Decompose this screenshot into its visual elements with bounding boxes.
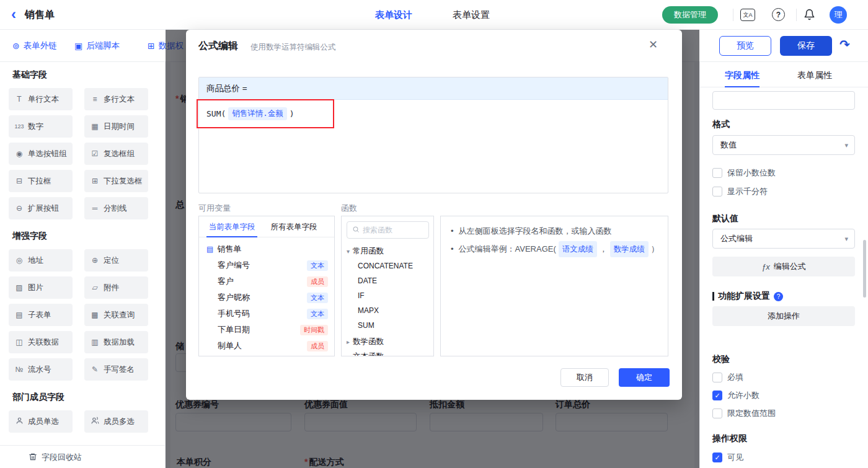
field-type-related-query[interactable]: ▩关联查询	[84, 304, 148, 326]
function-group-common[interactable]: ▾常用函数	[347, 244, 384, 258]
tip-line: • 从左侧面板选择字段名和函数，或输入函数	[451, 224, 660, 238]
datetime-icon: ▦	[90, 122, 100, 131]
attachment-icon: ▱	[90, 283, 100, 292]
field-type-checkbox-group[interactable]: ☑复选框组	[84, 143, 148, 165]
function-group-math[interactable]: ▸数学函数	[347, 334, 384, 349]
field-type-location[interactable]: ⊕定位	[84, 249, 148, 272]
save-button[interactable]: 保存	[780, 36, 832, 56]
formula-editor[interactable]: 商品总价 = SUM( 销售详情.金额 )	[198, 77, 668, 193]
cancel-button[interactable]: 取消	[560, 368, 609, 387]
checkbox-thousands-separator[interactable]: 显示千分符	[712, 186, 768, 197]
divider	[0, 445, 166, 446]
field-type-number[interactable]: 123数字	[9, 115, 73, 138]
example-field-token: 数学成绩	[610, 241, 649, 257]
divider	[796, 9, 797, 21]
field-type-related-data[interactable]: ◫关联数据	[9, 331, 73, 353]
variable-item[interactable]: 手机号码文本	[199, 306, 334, 322]
tab-form-settings[interactable]: 表单设置	[453, 0, 490, 30]
variable-item[interactable]: 制单人成员	[199, 338, 334, 354]
field-type-signature[interactable]: ✎手写签名	[84, 358, 148, 381]
close-icon[interactable]: ✕	[649, 38, 658, 51]
function-item-sum[interactable]: SUM	[358, 318, 374, 333]
search-input[interactable]	[363, 226, 418, 234]
radio-group-icon: ◉	[14, 149, 24, 158]
translate-icon[interactable]: 文A	[740, 9, 755, 21]
section-title-basic-fields: 基础字段	[12, 69, 47, 81]
bell-icon[interactable]	[804, 9, 815, 22]
section-marker	[712, 292, 714, 301]
field-palette-sidebar: 基础字段 T单行文本 ≡多行文本 123数字 ▦日期时间 ◉单选按钮组 ☑复选框…	[0, 62, 166, 468]
confirm-button[interactable]: 确定	[619, 368, 670, 387]
field-type-single-line-text[interactable]: T单行文本	[9, 88, 73, 110]
checkbox-visible[interactable]: 可见	[712, 452, 743, 463]
checkbox-icon	[712, 408, 722, 418]
serial-number-icon: №	[14, 365, 24, 374]
field-type-tag: 时间戳	[300, 325, 328, 335]
question-icon[interactable]: ?	[774, 292, 783, 301]
function-item-if[interactable]: IF	[358, 288, 365, 303]
tab-all-form-fields[interactable]: 所有表单字段	[268, 216, 319, 237]
tab-form-design[interactable]: 表单设计	[375, 0, 412, 30]
data-load-icon: ▥	[90, 338, 100, 347]
checkbox-icon	[712, 453, 722, 462]
field-type-member-single[interactable]: 成员单选	[9, 410, 73, 433]
function-group-text[interactable]: ▸文本函数	[347, 349, 384, 356]
field-type-extend-button[interactable]: ⊖扩展按钮	[9, 197, 73, 219]
data-manage-button[interactable]: 数据管理	[662, 6, 718, 24]
functions-panel: ▾常用函数 CONCATENATE DATE IF MAPX SUM ▸数学函数…	[341, 216, 434, 356]
backend-script-link[interactable]: ▣ 后端脚本	[74, 30, 120, 62]
section-title-member-fields: 部门成员字段	[12, 392, 64, 403]
field-type-multi-line-text[interactable]: ≡多行文本	[84, 88, 148, 110]
add-action-button[interactable]: 添加操作	[712, 306, 855, 326]
help-icon[interactable]: ?	[772, 8, 785, 21]
field-type-serial-number[interactable]: №流水号	[9, 358, 73, 381]
member-multi-icon	[90, 417, 100, 426]
preview-button[interactable]: 预览	[719, 36, 771, 56]
default-value-select[interactable]: 公式编辑 ▾	[712, 229, 855, 249]
function-item-mapx[interactable]: MAPX	[358, 303, 379, 318]
divider	[733, 9, 733, 21]
field-type-tag: 成员	[307, 276, 328, 287]
function-item-concatenate[interactable]: CONCATENATE	[358, 258, 413, 273]
field-name-input[interactable]	[712, 91, 855, 110]
annotation-red-box	[197, 99, 334, 128]
tree-root-sales-order[interactable]: ▤ 销售单	[206, 241, 241, 257]
tab-form-properties[interactable]: 表单属性	[797, 69, 832, 87]
variable-item[interactable]: 客户成员	[199, 273, 334, 289]
field-type-radio-group[interactable]: ◉单选按钮组	[9, 143, 73, 165]
field-type-address[interactable]: ◎地址	[9, 249, 73, 272]
function-item-date[interactable]: DATE	[358, 273, 377, 288]
format-select[interactable]: 数值 ▾	[712, 135, 855, 155]
edit-formula-button[interactable]: ƒx 编辑公式	[712, 257, 855, 276]
back-button[interactable]: ‹	[11, 6, 16, 22]
field-type-member-multi[interactable]: 成员多选	[84, 410, 148, 433]
validation-label: 校验	[712, 354, 730, 365]
field-recycle-bin[interactable]: 字段回收站	[29, 450, 82, 465]
page-title: 销售单	[25, 0, 55, 30]
scrollbar[interactable]	[863, 240, 866, 298]
checkbox-limit-range[interactable]: 限定数值范围	[712, 408, 776, 419]
field-type-multi-dropdown[interactable]: ⊞下拉复选框	[84, 170, 148, 192]
field-type-dropdown[interactable]: ⊟下拉框	[9, 170, 73, 192]
chevron-down-icon: ▾	[347, 248, 350, 255]
avatar[interactable]: 理	[830, 6, 847, 24]
tab-field-properties[interactable]: 字段属性	[725, 69, 760, 87]
field-type-image[interactable]: ▨图片	[9, 276, 73, 299]
function-search[interactable]	[347, 221, 429, 239]
search-icon	[352, 226, 360, 235]
permissions-label: 操作权限	[712, 433, 747, 444]
field-type-datetime[interactable]: ▦日期时间	[84, 115, 148, 138]
field-type-divider[interactable]: ═分割线	[84, 197, 148, 219]
checkbox-keep-decimals[interactable]: 保留小数位数	[712, 167, 776, 179]
variable-item[interactable]: 下单日期时间戳	[199, 322, 334, 338]
variable-item[interactable]: 客户昵称文本	[199, 289, 334, 306]
tab-current-form-fields[interactable]: 当前表单字段	[206, 216, 257, 237]
form-external-link[interactable]: ⊚ 表单外链	[12, 30, 57, 62]
field-type-data-load[interactable]: ▥数据加载	[84, 331, 148, 353]
variable-item[interactable]: 客户编号文本	[199, 257, 334, 273]
share-icon[interactable]: ↷	[839, 37, 850, 52]
field-type-subform[interactable]: ▤子表单	[9, 304, 73, 326]
checkbox-required[interactable]: 必填	[712, 372, 743, 383]
checkbox-allow-decimals[interactable]: 允许小数	[712, 390, 760, 401]
field-type-attachment[interactable]: ▱附件	[84, 276, 148, 299]
